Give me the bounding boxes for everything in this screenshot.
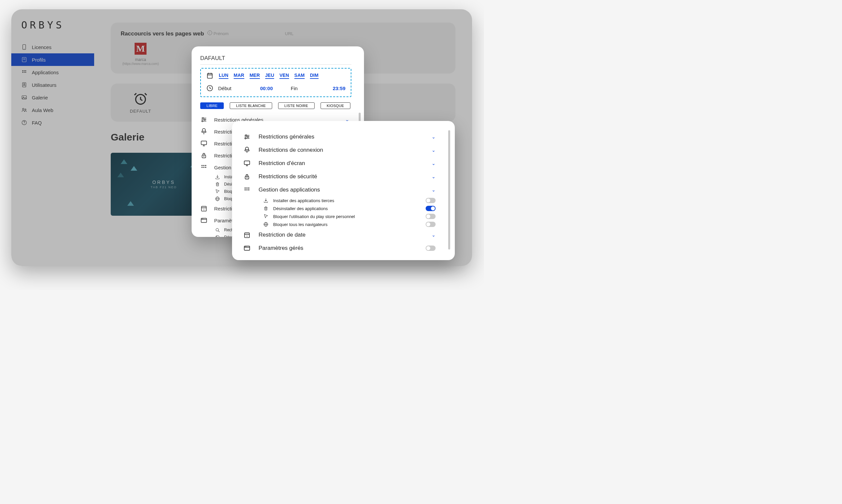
nav-galerie[interactable]: Galerie — [11, 91, 94, 104]
start-time[interactable]: 00:00 — [260, 86, 273, 91]
nav-licences[interactable]: Licences — [11, 41, 94, 53]
trash-icon — [215, 182, 220, 187]
alarm-icon — [133, 91, 148, 106]
nav-label: FAQ — [32, 120, 42, 126]
shortcut-marca[interactable]: M marca (https://www.marca.com) — [121, 43, 160, 66]
browser-icon — [243, 245, 251, 252]
nav-label: Aula Web — [32, 107, 53, 113]
toggle-install[interactable] — [426, 198, 435, 203]
nav-label: Licences — [32, 44, 51, 50]
globe-icon — [215, 196, 220, 201]
day-mar[interactable]: MAR — [234, 73, 244, 79]
calendar-icon — [206, 72, 214, 79]
mode-liste-noire[interactable]: LISTE NOIRE — [278, 102, 315, 109]
apps-icon — [21, 69, 27, 75]
day-dim[interactable]: DIM — [310, 73, 319, 79]
nav-faq[interactable]: FAQ — [11, 116, 94, 129]
scrollbar[interactable] — [448, 130, 450, 250]
profile-icon — [21, 57, 27, 62]
info-icon[interactable]: i — [208, 31, 212, 35]
mode-libre[interactable]: LIBRE — [200, 102, 224, 109]
clock-icon — [206, 85, 214, 92]
r2-ecran[interactable]: Restriction d'écran⌄ — [243, 157, 448, 170]
default-label: DEFAULT — [121, 109, 160, 114]
mode-kiosque[interactable]: KIOSQUE — [321, 102, 351, 109]
nav-label: Utilisateurs — [32, 82, 56, 88]
trash-icon — [263, 206, 269, 211]
sliders-icon — [243, 133, 251, 141]
s2-uninstall: Désinstaller des applications — [263, 204, 448, 212]
day-sam[interactable]: SAM — [294, 73, 305, 79]
nav-label: Profils — [32, 57, 46, 62]
s2-block-browsers: Bloquer tous les navigateurs — [263, 220, 448, 228]
chevron-down-icon: ⌄ — [432, 174, 435, 179]
end-label: Fin — [291, 86, 328, 91]
chevron-down-icon: ⌄ — [432, 134, 435, 140]
plug-icon — [243, 146, 251, 154]
r2-date[interactable]: Restriction de date⌄ — [243, 228, 448, 241]
default-profile[interactable]: DEFAULT — [121, 91, 160, 114]
search-icon — [215, 227, 220, 233]
cursor-icon — [263, 214, 269, 219]
nav-label: Applications — [32, 70, 59, 75]
browser-icon — [200, 217, 208, 224]
mode-liste-blanche[interactable]: LISTE BLANCHE — [230, 102, 272, 109]
people-icon — [21, 107, 27, 113]
download-icon — [263, 198, 269, 203]
help-icon — [21, 120, 27, 126]
toggle-managed[interactable] — [426, 246, 435, 251]
toggle-block-store[interactable] — [426, 214, 435, 219]
monitor-icon — [243, 160, 251, 167]
nav-aula-web[interactable]: Aula Web — [11, 104, 94, 116]
off-icon — [215, 235, 220, 237]
marca-icon: M — [135, 43, 146, 55]
chevron-down-icon: ⌄ — [432, 187, 435, 193]
calendar-1-icon — [200, 205, 208, 212]
popup-title: DAFAULT — [200, 55, 352, 65]
user-icon — [21, 82, 27, 88]
download-icon — [215, 174, 220, 180]
start-label: Début — [218, 86, 255, 91]
shortcut-url: (https://www.marca.com) — [121, 62, 160, 66]
shortcut-name: marca — [121, 57, 160, 62]
chevron-down-icon: ⌄ — [432, 147, 435, 153]
s2-install: Installer des applications tierces — [263, 197, 448, 204]
thumb-subtitle: TAB F21 NEO — [151, 185, 177, 189]
day-mer[interactable]: MER — [250, 73, 260, 79]
toggle-block-browsers[interactable] — [426, 222, 435, 227]
r2-connexion[interactable]: Restrictions de connexion⌄ — [243, 143, 448, 157]
sidebar: ORBYS Licences Profils Applications Util… — [11, 9, 94, 266]
logo: ORBYS — [11, 19, 94, 41]
toggle-uninstall[interactable] — [426, 206, 435, 211]
end-time[interactable]: 23:59 — [333, 86, 345, 91]
day-jeu[interactable]: JEU — [265, 73, 274, 79]
globe-icon — [263, 222, 269, 227]
monitor-icon — [200, 140, 208, 147]
r2-apps[interactable]: Gestion des applications⌄ — [243, 183, 448, 197]
day-lun[interactable]: LUN — [219, 73, 228, 79]
field-prenom: Prénom — [214, 31, 229, 36]
nav-utilisateurs[interactable]: Utilisateurs — [11, 78, 94, 91]
lock-icon — [243, 173, 251, 180]
r2-securite[interactable]: Restrictions de sécurité⌄ — [243, 170, 448, 183]
plug-icon — [200, 128, 208, 135]
day-ven[interactable]: VEN — [280, 73, 289, 79]
s2-block-store: Bloquer l'utilisation du play store pers… — [263, 212, 448, 220]
calendar-1-icon — [243, 231, 251, 238]
phone-icon — [21, 44, 27, 50]
schedule-box: LUN MAR MER JEU VEN SAM DIM Début 00:00 … — [200, 68, 352, 97]
sliders-icon — [200, 116, 208, 123]
shortcuts-title: Raccourcis vers les pages web — [121, 31, 204, 37]
nav-profils[interactable]: Profils — [11, 53, 94, 66]
cursor-icon — [215, 189, 220, 194]
r2-generales[interactable]: Restrictions générales⌄ — [243, 130, 448, 143]
nav-applications[interactable]: Applications — [11, 66, 94, 78]
nav-label: Galerie — [32, 95, 48, 101]
chevron-down-icon: ⌄ — [432, 232, 435, 238]
lock-icon — [200, 152, 208, 159]
r2-managed[interactable]: Paramètres gérés — [243, 241, 448, 255]
apps-icon — [200, 164, 208, 171]
image-icon — [21, 94, 27, 101]
field-url: URL — [285, 31, 294, 36]
restrictions-popup: Restrictions générales⌄ Restrictions de … — [232, 121, 455, 260]
